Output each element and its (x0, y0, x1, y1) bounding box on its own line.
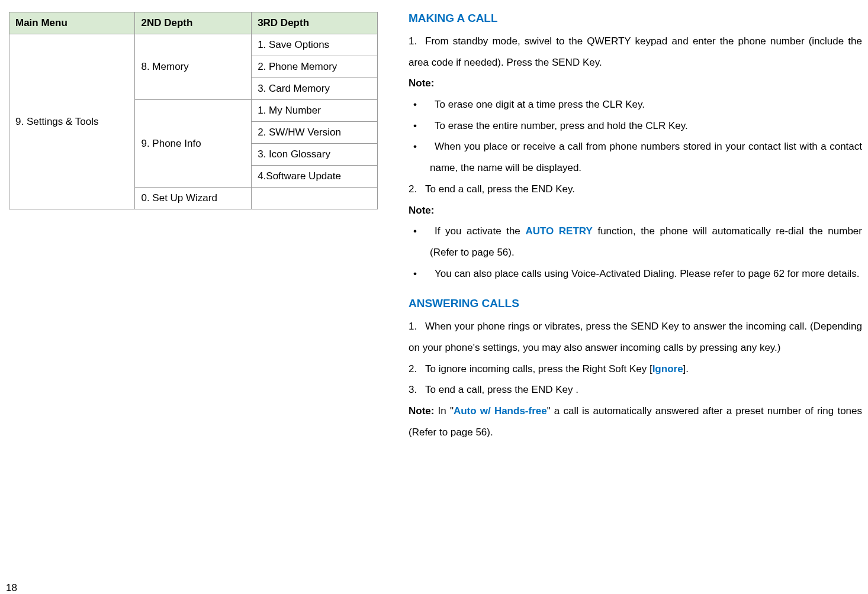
table-header-row: Main Menu 2ND Depth 3RD Depth (9, 12, 378, 34)
th-main-menu: Main Menu (9, 12, 135, 34)
note-label: Note: (409, 200, 862, 221)
cell-depth3: 4.Software Update (252, 166, 378, 188)
step-text: From standby mode, swivel to the QWERTY … (409, 35, 862, 68)
cell-depth3: 2. SW/HW Version (252, 122, 378, 144)
highlight-auto-handsfree: Auto w/ Hands-free (454, 405, 547, 417)
step-number: 2. (409, 359, 425, 380)
step-number: 1. (409, 31, 425, 52)
th-3rd-depth: 3RD Depth (252, 12, 378, 34)
section-answering-calls: ANSWERING CALLS 1.When your phone rings … (409, 297, 862, 443)
step-3: 3.To end a call, press the END Key . (409, 379, 862, 401)
cell-depth3: 2. Phone Memory (252, 56, 378, 78)
bullet-item: If you activate the AUTO RETRY function,… (409, 221, 862, 263)
step-number: 1. (409, 316, 425, 337)
cell-depth2: 8. Memory (135, 34, 252, 100)
cell-depth3: 3. Icon Glossary (252, 144, 378, 166)
note-paragraph: Note: In "Auto w/ Hands-free" a call is … (409, 401, 862, 443)
right-column: MAKING A CALL 1.From standby mode, swive… (403, 12, 862, 588)
page-number: 18 (6, 582, 17, 594)
heading-answering-calls: ANSWERING CALLS (409, 297, 862, 310)
cell-depth3 (252, 188, 378, 209)
cell-depth2: 9. Phone Info (135, 100, 252, 188)
step-2: 2.To end a call, press the END Key. (409, 179, 862, 200)
step-1: 1.From standby mode, swivel to the QWERT… (409, 31, 862, 73)
step-text: When your phone rings or vibrates, press… (409, 321, 862, 353)
section-making-a-call: MAKING A CALL 1.From standby mode, swive… (409, 12, 862, 284)
th-2nd-depth: 2ND Depth (135, 12, 252, 34)
step-number: 2. (409, 179, 425, 200)
bullet-item: When you place or receive a call from ph… (409, 136, 862, 178)
step-1: 1.When your phone rings or vibrates, pre… (409, 316, 862, 358)
note-bullets-2: If you activate the AUTO RETRY function,… (409, 221, 862, 284)
cell-depth3: 3. Card Memory (252, 78, 378, 100)
cell-depth3: 1. My Number (252, 100, 378, 122)
step-text: To end a call, press the END Key. (425, 183, 575, 195)
step-number: 3. (409, 379, 425, 401)
highlight-ignore: Ignore (652, 363, 683, 375)
step-2: 2.To ignore incoming calls, press the Ri… (409, 359, 862, 380)
heading-making-a-call: MAKING A CALL (409, 12, 862, 25)
step-text: To ignore incoming calls, press the Righ… (425, 363, 689, 375)
menu-table: Main Menu 2ND Depth 3RD Depth 9. Setting… (9, 12, 378, 209)
cell-depth2: 0. Set Up Wizard (135, 188, 252, 209)
note-bullets-1: To erase one digit at a time press the C… (409, 94, 862, 179)
bullet-item: You can also place calls using Voice-Act… (409, 263, 862, 285)
left-column: Main Menu 2ND Depth 3RD Depth 9. Setting… (6, 12, 403, 588)
cell-main-menu: 9. Settings & Tools (9, 34, 135, 209)
note-label: Note: (409, 73, 862, 94)
step-text: To end a call, press the END Key . (425, 384, 578, 395)
bullet-item: To erase the entire number, press and ho… (409, 115, 862, 137)
highlight-auto-retry: AUTO RETRY (525, 225, 592, 237)
cell-depth3: 1. Save Options (252, 34, 378, 56)
bullet-item: To erase one digit at a time press the C… (409, 94, 862, 115)
table-row: 9. Settings & Tools 8. Memory 1. Save Op… (9, 34, 378, 56)
